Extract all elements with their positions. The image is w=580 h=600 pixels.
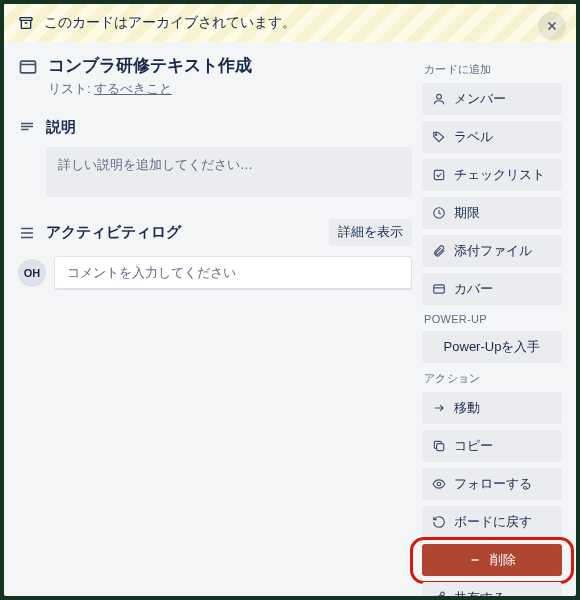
move-button[interactable]: 移動 [422, 392, 562, 424]
activity-header: アクティビティログ 詳細を表示 [18, 219, 412, 246]
list-prefix: リスト: [48, 82, 94, 96]
comment-row: OH [18, 256, 412, 289]
description-heading: 説明 [46, 118, 412, 137]
toggle-activity-button[interactable]: 詳細を表示 [329, 219, 412, 246]
list-location: リスト: するべきこと [48, 81, 412, 98]
activity-icon [18, 224, 36, 242]
add-cover-button[interactable]: カバー [422, 273, 562, 305]
eye-icon [432, 477, 446, 491]
add-members-button[interactable]: メンバー [422, 83, 562, 115]
svg-rect-1 [21, 61, 36, 73]
close-button[interactable] [538, 12, 566, 40]
svg-point-3 [435, 134, 437, 136]
sidebar-item-label: フォローする [454, 475, 532, 493]
sidebar-actions-heading: アクション [424, 371, 562, 386]
add-attachment-button[interactable]: 添付ファイル [422, 235, 562, 267]
list-link[interactable]: するべきこと [94, 82, 172, 96]
sidebar-item-label: 削除 [490, 551, 516, 569]
sidebar-item-label: 共有する [454, 589, 506, 596]
add-labels-button[interactable]: ラベル [422, 121, 562, 153]
cover-icon [432, 282, 446, 296]
share-icon [432, 591, 446, 596]
sidebar-add-heading: カードに追加 [424, 62, 562, 77]
sidebar-item-label: ボードに戻す [454, 513, 532, 531]
svg-point-2 [437, 94, 442, 99]
comment-input[interactable] [54, 256, 412, 289]
sidebar-item-label: 移動 [454, 399, 480, 417]
close-icon [545, 19, 559, 33]
description-header: 説明 [18, 118, 412, 137]
svg-rect-6 [434, 285, 445, 293]
svg-rect-4 [434, 170, 443, 179]
sidebar-item-label: ラベル [454, 128, 493, 146]
sidebar-item-label: メンバー [454, 90, 506, 108]
add-due-date-button[interactable]: 期限 [422, 197, 562, 229]
sidebar-item-label: 添付ファイル [454, 242, 532, 260]
checklist-icon [432, 168, 446, 182]
sidebar-item-label: カバー [454, 280, 493, 298]
activity-heading: アクティビティログ [46, 223, 319, 242]
follow-button[interactable]: フォローする [422, 468, 562, 500]
svg-point-8 [437, 482, 441, 486]
get-powerup-button[interactable]: Power-Upを入手 [422, 331, 562, 363]
add-checklist-button[interactable]: チェックリスト [422, 159, 562, 191]
arrow-right-icon [432, 401, 446, 415]
person-icon [432, 92, 446, 106]
share-button[interactable]: 共有する [422, 582, 562, 596]
tag-icon [432, 130, 446, 144]
archive-icon [18, 15, 34, 31]
title-row: コンブラ研修テキスト作成 [18, 54, 412, 77]
sidebar: カードに追加 メンバー ラベル チェックリスト 期限 添付ファイル [422, 54, 562, 596]
card-title[interactable]: コンブラ研修テキスト作成 [48, 54, 252, 77]
clock-icon [432, 206, 446, 220]
sidebar-powerup-heading: POWER-UP [424, 313, 562, 325]
send-to-board-button[interactable]: ボードに戻す [422, 506, 562, 538]
main-column: コンブラ研修テキスト作成 リスト: するべきこと 説明 詳しい説明を追加してくだ… [18, 54, 412, 596]
restore-icon [432, 515, 446, 529]
sidebar-item-label: Power-Upを入手 [444, 338, 541, 356]
copy-button[interactable]: コピー [422, 430, 562, 462]
archive-banner: このカードはアーカイブされています。 [4, 4, 576, 42]
description-icon [18, 119, 36, 137]
delete-button[interactable]: 削除 [422, 544, 562, 576]
svg-point-9 [441, 592, 445, 596]
sidebar-item-label: コピー [454, 437, 493, 455]
archive-banner-text: このカードはアーカイブされています。 [44, 14, 296, 32]
svg-rect-0 [20, 18, 32, 21]
description-input[interactable]: 詳しい説明を追加してください… [46, 147, 412, 197]
card-modal: このカードはアーカイブされています。 コンブラ研修テキスト作成 リスト: するべ… [4, 4, 576, 596]
attachment-icon [432, 244, 446, 258]
sidebar-item-label: 期限 [454, 204, 480, 222]
minus-icon [468, 553, 482, 567]
avatar[interactable]: OH [18, 259, 46, 287]
sidebar-item-label: チェックリスト [454, 166, 545, 184]
copy-icon [432, 439, 446, 453]
modal-content: コンブラ研修テキスト作成 リスト: するべきこと 説明 詳しい説明を追加してくだ… [4, 42, 576, 596]
card-title-icon [18, 57, 38, 77]
svg-rect-7 [437, 444, 444, 451]
